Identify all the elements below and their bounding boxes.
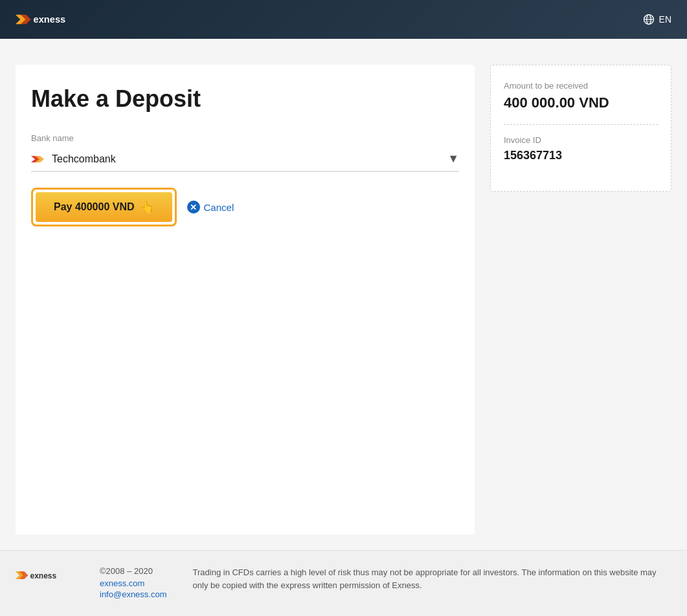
divider (504, 124, 658, 125)
footer: exness ©2008 – 2020 exness.com info@exne… (0, 550, 687, 616)
logo: exness (16, 10, 87, 29)
amount-value: 400 000.00 VND (504, 94, 658, 111)
left-panel: Make a Deposit Bank name Techcombank ▼ P… (16, 65, 475, 534)
hand-cursor-icon: 👆 (140, 200, 154, 214)
pay-button[interactable]: Pay 400000 VND 👆 (36, 192, 172, 222)
globe-icon (642, 13, 655, 26)
lang-label: EN (659, 14, 671, 25)
header: exness EN (0, 0, 687, 39)
exness-link[interactable]: exness.com (100, 578, 167, 588)
pay-button-highlight: Pay 400000 VND 👆 (31, 188, 177, 226)
bank-label: Bank name (31, 133, 459, 143)
invoice-value: 156367713 (504, 149, 658, 162)
cancel-label: Cancel (204, 202, 234, 213)
footer-links: ©2008 – 2020 exness.com info@exness.com (100, 566, 167, 600)
buttons-area: Pay 400000 VND 👆 ✕ Cancel (31, 188, 459, 226)
techcombank-icon (31, 153, 47, 165)
language-selector[interactable]: EN (642, 13, 671, 26)
main-content: Make a Deposit Bank name Techcombank ▼ P… (0, 39, 687, 550)
bank-select[interactable]: Techcombank ▼ (31, 147, 459, 172)
email-link[interactable]: info@exness.com (100, 589, 167, 599)
cancel-icon: ✕ (187, 201, 200, 214)
bank-name: Techcombank (52, 153, 116, 165)
footer-logo-svg: exness (16, 566, 74, 584)
bank-name-field: Bank name Techcombank ▼ (31, 133, 459, 172)
footer-disclaimer: Trading in CFDs carries a high level of … (193, 566, 671, 591)
cancel-button[interactable]: ✕ Cancel (187, 201, 234, 214)
footer-logo: exness (16, 566, 74, 587)
invoice-label: Invoice ID (504, 135, 658, 145)
footer-inner: exness ©2008 – 2020 exness.com info@exne… (16, 566, 671, 600)
page-title: Make a Deposit (31, 85, 459, 113)
chevron-down-icon: ▼ (447, 152, 459, 166)
pay-button-label: Pay 400000 VND (54, 201, 135, 213)
bank-select-value: Techcombank (31, 153, 116, 165)
right-panel: Amount to be received 400 000.00 VND Inv… (490, 65, 671, 192)
svg-text:exness: exness (34, 15, 66, 25)
copyright: ©2008 – 2020 (100, 566, 167, 576)
svg-text:exness: exness (30, 571, 57, 580)
amount-label: Amount to be received (504, 81, 658, 91)
